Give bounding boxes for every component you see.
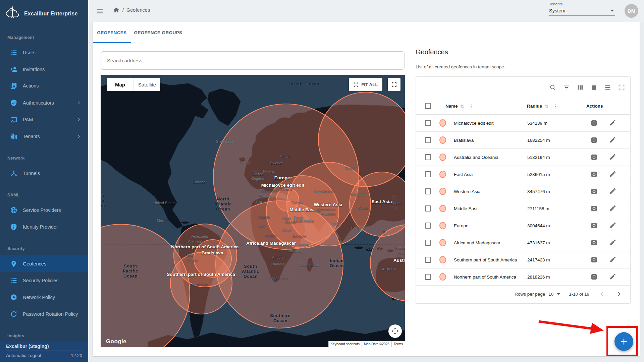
tab-geofences[interactable]: GEOFENCES	[93, 22, 131, 43]
fit-all-button[interactable]: FIT ALL	[349, 78, 382, 91]
filter-icon[interactable]	[562, 83, 571, 92]
edit-button[interactable]	[609, 222, 617, 230]
edit-button[interactable]	[609, 153, 617, 161]
row-checkbox[interactable]	[425, 223, 431, 229]
edit-button[interactable]	[609, 170, 617, 178]
row-checkbox[interactable]	[425, 188, 431, 194]
preview-button[interactable]	[590, 136, 598, 144]
logout-label: Automatic Logout:	[6, 353, 43, 358]
column-menu-icon[interactable]: ⋮	[469, 104, 474, 109]
preview-button[interactable]	[590, 204, 598, 213]
density-icon[interactable]	[604, 83, 612, 92]
preview-button[interactable]	[590, 256, 598, 264]
delete-button[interactable]	[628, 119, 631, 127]
delete-button[interactable]	[628, 170, 631, 178]
preview-button[interactable]	[590, 170, 598, 178]
tab-geofence-groups[interactable]: GEOFENCE GROUPS	[131, 22, 185, 43]
geofences-table: Name ⇅ ⋮ Radius ⇅ ⋮ Actions Michalovce e…	[416, 76, 631, 304]
preview-button[interactable]	[590, 153, 598, 161]
delete-icon[interactable]	[590, 83, 598, 92]
search-icon[interactable]	[549, 83, 557, 92]
edit-button[interactable]	[609, 119, 617, 127]
sidebar-item-network-policy[interactable]: Network Policy	[0, 289, 88, 306]
geofence-name: Western Asia	[454, 189, 480, 194]
attribution-link[interactable]: Keyboard shortcuts	[328, 341, 362, 347]
row-checkbox[interactable]	[425, 171, 431, 177]
sidebar-item-label: Tunnels	[23, 171, 40, 176]
delete-button[interactable]	[628, 153, 631, 161]
select-all-checkbox[interactable]	[425, 103, 431, 109]
preview-button[interactable]	[590, 239, 598, 247]
pan-control-button[interactable]	[388, 324, 402, 338]
row-checkbox[interactable]	[425, 274, 431, 280]
sidebar-item-tunnels[interactable]: Tunnels	[0, 165, 88, 182]
geofence-radius: 3004544 m	[527, 223, 550, 228]
delete-button[interactable]	[628, 239, 631, 247]
map-type-satellite-button[interactable]: Satellite	[133, 78, 160, 91]
row-checkbox[interactable]	[425, 257, 431, 263]
map-fullscreen-button[interactable]	[388, 78, 400, 91]
list-icon	[10, 277, 17, 284]
search-address-input[interactable]	[101, 51, 405, 70]
delete-button[interactable]	[628, 136, 631, 144]
sidebar-item-tenants[interactable]: Tenants	[0, 128, 88, 145]
geofence-shape-icon	[439, 256, 446, 263]
edit-button[interactable]	[609, 273, 617, 281]
edit-button[interactable]	[609, 256, 617, 264]
table-fullscreen-icon[interactable]	[618, 83, 626, 92]
sidebar-item-password-rotation-policy[interactable]: Password Rotation Policy	[0, 306, 88, 322]
table-row: Europe3004544 m	[416, 217, 630, 234]
edit-button[interactable]	[609, 136, 617, 144]
add-geofence-button[interactable]	[614, 332, 633, 351]
preview-button[interactable]	[590, 187, 598, 195]
avatar[interactable]: DM	[625, 4, 638, 18]
map-type-map-button[interactable]: Map	[107, 78, 133, 91]
edit-button[interactable]	[609, 239, 617, 247]
delete-button[interactable]	[628, 256, 631, 264]
breadcrumb-current: Geofences	[126, 7, 150, 13]
sidebar-item-authenticators[interactable]: Authenticators	[0, 95, 88, 111]
delete-button[interactable]	[628, 273, 631, 281]
edit-button[interactable]	[609, 204, 617, 213]
edit-button[interactable]	[609, 187, 617, 195]
sidebar-item-invitations[interactable]: Invitations	[0, 61, 88, 78]
map[interactable]: CanadaUnited StatesMexicoGreenlandIcelan…	[101, 75, 405, 347]
rows-per-page-select[interactable]: Rows per page 10	[515, 292, 560, 297]
attribution-link[interactable]: Map Data ©2025	[362, 341, 391, 347]
sidebar-item-label: Service Providers	[23, 207, 61, 213]
attribution-link[interactable]: Terms	[391, 341, 405, 347]
section-saml: SAML	[7, 193, 20, 197]
geofence-name: East Asia	[454, 172, 473, 177]
row-checkbox[interactable]	[425, 240, 431, 246]
column-menu-icon[interactable]: ⋮	[553, 104, 558, 109]
row-checkbox[interactable]	[425, 137, 431, 143]
tenants-select[interactable]: Tenants System	[549, 2, 615, 16]
row-checkbox[interactable]	[425, 120, 431, 126]
row-checkbox[interactable]	[425, 205, 431, 212]
row-checkbox[interactable]	[425, 154, 431, 160]
sort-icon[interactable]: ⇅	[545, 104, 548, 109]
preview-button[interactable]	[590, 222, 598, 230]
sidebar-item-actions[interactable]: Actions	[0, 77, 88, 94]
delete-button[interactable]	[628, 204, 631, 213]
preview-button[interactable]	[590, 119, 598, 127]
columns-icon[interactable]	[576, 83, 584, 92]
building-icon	[10, 133, 17, 140]
world-map	[101, 75, 405, 347]
delete-button[interactable]	[628, 187, 631, 195]
next-page-button[interactable]	[615, 290, 623, 298]
sidebar-item-identity-provider[interactable]: Identity Provider	[0, 219, 88, 235]
sidebar-item-security-policies[interactable]: Security Policies	[0, 272, 88, 289]
sort-icon[interactable]: ⇅	[461, 104, 464, 109]
home-icon[interactable]	[113, 7, 120, 13]
previous-page-button[interactable]	[598, 290, 606, 298]
geofence-shape-icon	[439, 239, 446, 246]
sidebar-item-pam[interactable]: PAM	[0, 111, 88, 128]
delete-button[interactable]	[628, 222, 631, 230]
sidebar-item-geofences[interactable]: Geofences	[0, 255, 88, 272]
sidebar-item-users[interactable]: Users	[0, 44, 88, 61]
preview-button[interactable]	[590, 273, 598, 281]
sidebar-item-service-providers[interactable]: Service Providers	[0, 202, 88, 219]
menu-icon[interactable]	[96, 7, 104, 15]
geofence-radius: 2711158 m	[527, 206, 549, 211]
